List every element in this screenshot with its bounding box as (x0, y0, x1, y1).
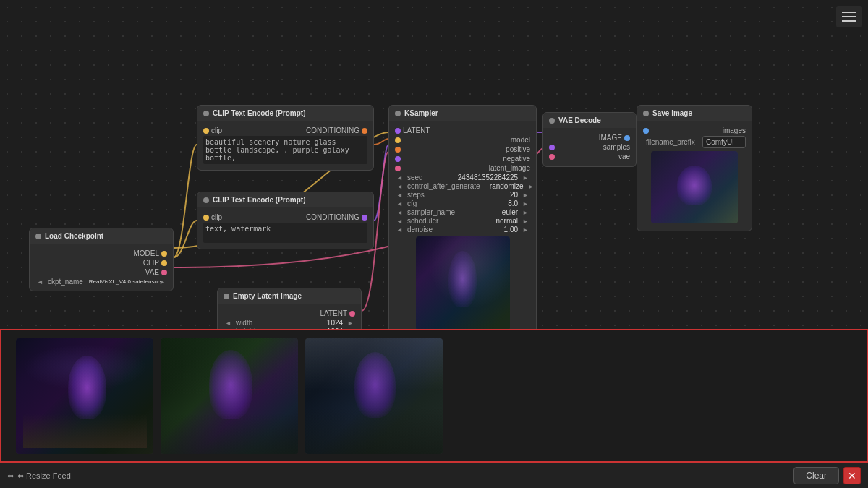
ksampler-scheduler-value: normal (477, 217, 521, 225)
ksampler-positive-dot (395, 147, 401, 153)
clip2-conditioning-dot (362, 215, 367, 221)
ksampler-cfg-value: 8.0 (477, 200, 521, 207)
vae-image-dot (624, 135, 630, 141)
latent-header: Empty Latent Image (218, 288, 361, 304)
ksampler-denoise-arrow-right[interactable]: ► (521, 226, 530, 234)
clip-text-encode-node-1: CLIP Text Encode (Prompt) clip CONDITION… (197, 105, 374, 171)
ksampler-negative-dot (395, 156, 401, 162)
ksampler-sampler-arrow-left[interactable]: ◄ (395, 209, 404, 216)
feed-image-2[interactable] (161, 338, 298, 454)
ksampler-latent-image-dot (395, 166, 401, 171)
ksampler-sampler-arrow-right[interactable]: ► (521, 209, 530, 216)
ksampler-steps-arrow-left[interactable]: ◄ (395, 192, 404, 199)
ksampler-denoise-row: ◄ denoise 1.00 ► (395, 226, 530, 234)
ksampler-denoise-label: denoise (404, 226, 477, 234)
ksampler-cfg-row: ◄ cfg 8.0 ► (395, 200, 530, 207)
latent-width-row: ◄ width 1024 ► (224, 319, 355, 327)
ksampler-latent-in-dot (395, 128, 401, 134)
clip2-conditioning-label: CONDITIONING (306, 213, 359, 221)
vae-header: VAE Decode (543, 113, 636, 128)
ksampler-seed-row: ◄ seed 243481352284225 ► (395, 174, 530, 181)
clip2-body: clip CONDITIONING text, watermark (197, 207, 373, 249)
checkpoint-ckpt-row: ◄ ckpt_name RealVisXL_V4.0.safetensors ► (35, 278, 167, 286)
vae-vae-label: vae (616, 153, 630, 160)
clip1-status-dot (203, 111, 209, 116)
checkpoint-model-row: MODEL (35, 249, 167, 257)
ksampler-denoise-arrow-left[interactable]: ◄ (395, 226, 404, 234)
clip1-clip-label: clip (211, 127, 222, 134)
ksampler-seed-arrow-right[interactable]: ► (521, 174, 530, 181)
clip2-clip-row: clip CONDITIONING (203, 213, 367, 221)
save-status-dot (643, 111, 649, 116)
clip2-header: CLIP Text Encode (Prompt) (197, 192, 373, 207)
save-prefix-input[interactable] (702, 136, 746, 148)
ksampler-control-value: randomize (483, 182, 527, 190)
clip2-title: CLIP Text Encode (Prompt) (213, 196, 306, 204)
checkpoint-ckpt-label: ckpt_name (45, 278, 86, 286)
ksampler-scheduler-arrow-left[interactable]: ◄ (395, 218, 404, 225)
canvas-area[interactable]: CLIP Text Encode (Prompt) clip CONDITION… (0, 0, 868, 354)
clip1-conditioning-dot (362, 128, 367, 134)
checkpoint-ckpt-value: RealVisXL_V4.0.safetensors (86, 278, 158, 285)
load-checkpoint-node: Load Checkpoint MODEL CLIP VAE ◄ ckpt_na… (29, 228, 174, 291)
image-feed-panel (0, 329, 868, 463)
save-images-row: images (643, 127, 746, 134)
ksampler-negative-label: negative (501, 155, 530, 163)
resize-feed-icon: ⇔ (7, 471, 14, 481)
clip1-conditioning-label: CONDITIONING (306, 127, 359, 134)
vae-vae-dot (549, 154, 555, 160)
vae-status-dot (549, 118, 555, 124)
checkpoint-title: Load Checkpoint (45, 232, 103, 240)
latent-output-dot (349, 311, 355, 317)
save-prefix-label: filename_prefix (643, 138, 702, 146)
latent-width-arrow-right[interactable]: ► (346, 320, 355, 327)
ksampler-header: KSampler (389, 106, 536, 121)
clip1-prompt-textarea[interactable]: beautiful scenery nature glass bottle la… (203, 136, 367, 164)
ksampler-scheduler-arrow-right[interactable]: ► (521, 218, 530, 225)
checkpoint-ckpt-arrow-left[interactable]: ◄ (35, 278, 45, 286)
ksampler-cfg-label: cfg (404, 200, 477, 207)
ksampler-seed-arrow-left[interactable]: ◄ (395, 174, 404, 181)
ksampler-latent-image-label: latent_image (487, 164, 530, 172)
checkpoint-ckpt-arrow-right[interactable]: ► (158, 278, 167, 286)
save-title: Save Image (652, 109, 692, 117)
feed-image-1[interactable] (16, 338, 153, 454)
ksampler-cfg-arrow-right[interactable]: ► (521, 200, 530, 207)
latent-width-arrow-left[interactable]: ◄ (224, 320, 233, 327)
checkpoint-clip-dot (161, 260, 167, 266)
ksampler-positive-label: positive (503, 145, 530, 153)
close-button[interactable]: ✕ (843, 467, 861, 484)
clear-button[interactable]: Clear (793, 467, 839, 484)
menu-line (842, 16, 856, 17)
save-header: Save Image (637, 106, 752, 121)
checkpoint-model-label: MODEL (133, 249, 159, 257)
ksampler-control-row: ◄ control_after_generate randomize ► (395, 182, 530, 190)
ksampler-cfg-arrow-left[interactable]: ◄ (395, 200, 404, 207)
ksampler-control-arrow-left[interactable]: ◄ (395, 183, 404, 190)
ksampler-status-dot (395, 111, 401, 116)
ksampler-seed-label: seed (404, 174, 455, 181)
clip1-header: CLIP Text Encode (Prompt) (197, 106, 373, 121)
ksampler-preview-image (416, 236, 510, 330)
resize-feed-label[interactable]: ⇔ ⇔ Resize Feed (7, 471, 71, 481)
ksampler-steps-value: 20 (477, 191, 521, 199)
menu-button[interactable] (836, 6, 862, 27)
save-image-node: Save Image images filename_prefix (637, 105, 752, 231)
bottom-bar: ⇔ ⇔ Resize Feed Clear ✕ (0, 463, 868, 488)
ksampler-scheduler-row: ◄ scheduler normal ► (395, 217, 530, 225)
feed-image-3[interactable] (305, 338, 443, 454)
latent-status-dot (224, 294, 229, 299)
clip2-prompt-textarea[interactable]: text, watermark (203, 223, 367, 243)
clip2-clip-dot (203, 215, 209, 221)
ksampler-control-arrow-right[interactable]: ► (527, 183, 536, 190)
ksampler-body: LATENT model positive negative latent_im… (389, 121, 536, 338)
ksampler-latent-label: LATENT (401, 127, 430, 134)
ksampler-steps-arrow-right[interactable]: ► (521, 192, 530, 199)
checkpoint-vae-row: VAE (35, 268, 167, 276)
bottom-actions: Clear ✕ (793, 467, 861, 484)
checkpoint-body: MODEL CLIP VAE ◄ ckpt_name RealVisXL_V4.… (30, 244, 173, 291)
menu-line (842, 12, 856, 13)
vae-image-label: IMAGE (599, 134, 622, 142)
vae-body: IMAGE samples vae (543, 128, 636, 166)
checkpoint-status-dot (35, 234, 41, 239)
